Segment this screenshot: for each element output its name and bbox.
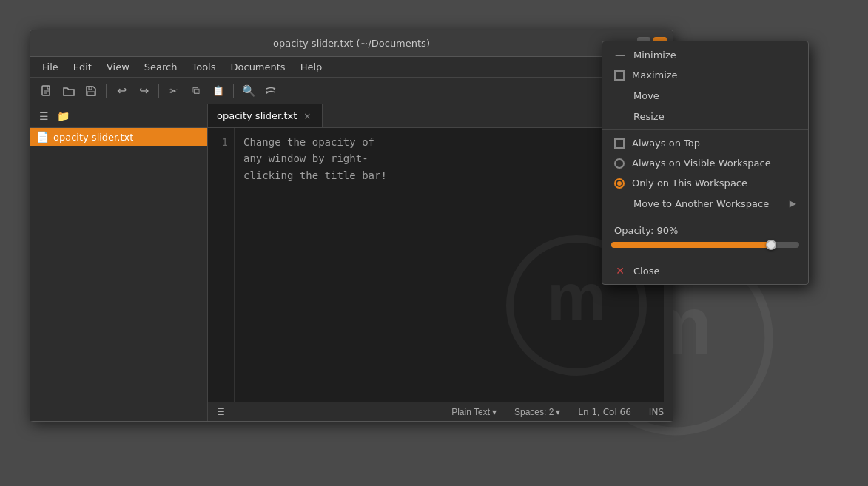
sidebar-toolbar: ☰ 📁 <box>30 104 207 128</box>
sidebar-toggle-icon: ☰ <box>217 407 225 417</box>
sidebar-toggle-btn[interactable]: ☰ <box>214 405 228 419</box>
code-area[interactable]: Change the opacity of any window by righ… <box>235 128 664 402</box>
window-title: opacity slider.txt (~/Documents) <box>273 38 430 49</box>
always-visible-radio-icon <box>614 158 625 169</box>
menu-bar: File Edit View Search Tools Documents He… <box>30 57 673 78</box>
toolbar-sep-1 <box>106 84 107 98</box>
cm-opacity-label: Opacity: 90% <box>602 220 808 239</box>
spaces-arrow: ▾ <box>556 407 560 417</box>
only-this-workspace-radio-icon <box>614 178 625 189</box>
undo-btn[interactable]: ↩ <box>111 81 132 101</box>
toolbar: ↩ ↪ ✂ ⧉ 📋 🔍 <box>30 78 673 104</box>
menu-tools[interactable]: Tools <box>186 60 221 74</box>
language-label: Plain Text <box>451 407 490 417</box>
cm-sep-1 <box>602 129 808 130</box>
menu-search[interactable]: Search <box>138 60 184 74</box>
status-bar: ☰ Plain Text ▾ Spaces: 2 ▾ Ln 1, Col 66 <box>208 402 673 421</box>
cm-only-this-workspace[interactable]: Only on This Workspace <box>602 173 808 193</box>
cm-move-workspace[interactable]: Move to Another Workspace ▶ <box>602 193 808 214</box>
copy-btn[interactable]: ⧉ <box>186 81 206 101</box>
sidebar-folder-btn[interactable]: 📁 <box>54 107 72 125</box>
editor-window: opacity slider.txt (~/Documents) — □ Fil… <box>30 30 673 422</box>
editor-body: ☰ 📁 📄 opacity slider.txt opacity slider.… <box>30 104 673 421</box>
file-list: 📄 opacity slider.txt <box>30 128 207 421</box>
cm-only-this-workspace-label: Only on This Workspace <box>632 178 796 189</box>
editor-mode: INS <box>646 405 667 419</box>
cm-resize[interactable]: Resize <box>602 106 808 126</box>
opacity-slider-fill <box>611 242 771 248</box>
cm-move-workspace-label: Move to Another Workspace <box>633 198 782 209</box>
spaces-btn[interactable]: Spaces: 2 ▾ <box>511 405 563 419</box>
opacity-slider-thumb[interactable] <box>766 240 776 250</box>
cm-close-label: Close <box>633 266 796 277</box>
title-bar: opacity slider.txt (~/Documents) — □ <box>30 30 673 57</box>
replace-btn[interactable] <box>260 81 281 101</box>
minimize-icon: — <box>614 49 626 61</box>
editor-tab[interactable]: opacity slider.txt × <box>208 104 323 127</box>
menu-file[interactable]: File <box>36 60 64 74</box>
desktop: m opacity slider.txt (~/Documents) — □ F… <box>0 0 868 486</box>
context-menu: — Minimize Maximize Move Resize Always o… <box>602 41 809 285</box>
move-icon <box>614 90 626 101</box>
cm-resize-label: Resize <box>633 111 796 122</box>
cm-sep-3 <box>602 257 808 257</box>
cm-maximize-label: Maximize <box>632 70 796 81</box>
language-btn[interactable]: Plain Text ▾ <box>448 405 499 419</box>
new-file-btn[interactable] <box>36 81 57 101</box>
redo-btn[interactable]: ↪ <box>133 81 154 101</box>
cm-always-on-top[interactable]: Always on Top <box>602 133 808 153</box>
save-btn[interactable] <box>81 81 101 101</box>
toolbar-sep-3 <box>233 84 234 98</box>
cm-close[interactable]: ✕ Close <box>602 260 808 281</box>
maximize-checkbox-icon <box>614 70 625 81</box>
sidebar-grid-btn[interactable]: ☰ <box>35 107 53 125</box>
close-x-icon: ✕ <box>614 265 626 277</box>
menu-view[interactable]: View <box>101 60 135 74</box>
new-folder-btn[interactable] <box>58 81 79 101</box>
menu-help[interactable]: Help <box>295 60 329 74</box>
cm-move-label: Move <box>633 90 796 101</box>
opacity-slider[interactable] <box>611 242 799 248</box>
cm-always-visible-label: Always on Visible Workspace <box>632 158 796 169</box>
cm-move[interactable]: Move <box>602 85 808 106</box>
file-name: opacity slider.txt <box>53 132 133 143</box>
file-sidebar: ☰ 📁 📄 opacity slider.txt <box>30 104 208 421</box>
resize-icon <box>614 110 626 122</box>
tab-label: opacity slider.txt <box>217 110 297 121</box>
cm-slider-container[interactable] <box>602 239 808 254</box>
language-arrow: ▾ <box>492 407 497 417</box>
cm-sep-2 <box>602 217 808 217</box>
file-icon: 📄 <box>36 131 49 143</box>
tab-close-btn[interactable]: × <box>301 110 313 122</box>
status-left: ☰ <box>214 405 228 419</box>
cm-maximize[interactable]: Maximize <box>602 65 808 85</box>
cm-always-visible[interactable]: Always on Visible Workspace <box>602 153 808 173</box>
find-btn[interactable]: 🔍 <box>238 81 259 101</box>
menu-documents[interactable]: Documents <box>225 60 292 74</box>
cm-minimize-label: Minimize <box>633 50 796 61</box>
cursor-position: Ln 1, Col 66 <box>575 405 634 419</box>
line-numbers: 1 <box>208 128 235 402</box>
menu-edit[interactable]: Edit <box>67 60 98 74</box>
move-workspace-arrow-icon: ▶ <box>790 198 796 209</box>
move-workspace-icon <box>614 198 626 209</box>
toolbar-sep-2 <box>158 84 159 98</box>
cut-btn[interactable]: ✂ <box>164 81 184 101</box>
cm-always-on-top-label: Always on Top <box>632 138 796 149</box>
status-right: Plain Text ▾ Spaces: 2 ▾ Ln 1, Col 66 IN… <box>448 405 667 419</box>
spaces-label: Spaces: 2 <box>514 407 554 417</box>
cm-minimize[interactable]: — Minimize <box>602 44 808 65</box>
file-item[interactable]: 📄 opacity slider.txt <box>30 128 207 146</box>
always-on-top-checkbox-icon <box>614 138 625 149</box>
paste-btn[interactable]: 📋 <box>208 81 229 101</box>
